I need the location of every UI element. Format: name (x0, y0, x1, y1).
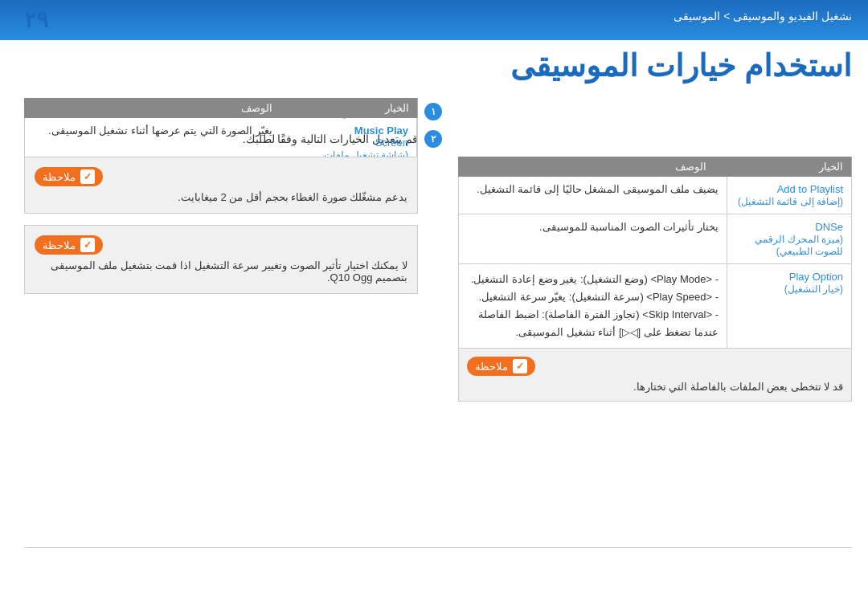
note-check-icon-3 (513, 359, 527, 373)
note-box-1: ملاحظة يدعم مشغّلك صورة الغطاء بحجم أقل … (24, 157, 418, 214)
note2-text: لا يمكنك اختيار تأثير الصوت وتغيير سرعة … (35, 259, 407, 284)
music-play-label: Music Play (354, 124, 408, 137)
note-badge-2: ملاحظة (35, 235, 103, 255)
note-badge-1: ملاحظة (35, 167, 103, 186)
step-2-number: ٢ (424, 130, 442, 148)
note-box-3: ملاحظة قد لا تتخطى بعض الملفات بالفاصلة … (458, 349, 852, 402)
page-number: ٢٩ (24, 6, 48, 33)
note1-text: يدعم مشغّلك صورة الغطاء بحجم أقل من 2 مي… (35, 191, 407, 203)
note-check-icon-2 (80, 238, 95, 252)
note-label-3: ملاحظة (475, 361, 508, 373)
right-table-header: الخيار الوصف (458, 157, 852, 177)
left-header-desc: الوصف (24, 98, 280, 118)
step-1-number: ١ (424, 103, 442, 120)
right-row2-desc: يختار تأثيرات الصوت المناسبة للموسيقى. (459, 214, 727, 263)
left-header-option: الخيار (280, 98, 418, 118)
right-header-desc: الوصف (458, 157, 714, 177)
screen-label: Screen (375, 137, 408, 149)
right-section: الخيار الوصف Add to Playlist (إضافة إلى … (458, 157, 852, 402)
bottom-divider (24, 547, 852, 548)
right-row-2: DNSe (ميزة المحرك الرقمي للصوت الطبيعي) … (458, 214, 852, 264)
play-option-label: Play Option (خيار التشغيل) (727, 264, 851, 348)
note-label-2: ملاحظة (43, 239, 76, 251)
main-title: استخدام خيارات الموسيقى (16, 48, 852, 84)
right-row2-option: DNSe (ميزة المحرك الرقمي للصوت الطبيعي) (727, 214, 851, 263)
breadcrumb: نشغيل الفيديو والموسيقى > الموسيقى (674, 10, 852, 22)
left-table-header: الخيار الوصف (24, 98, 418, 118)
note-box-2: ملاحظة لا يمكنك اختيار تأثير الصوت وتغيي… (24, 225, 418, 294)
right-row-3: Play Option (خيار التشغيل) - <Play Mode>… (458, 264, 852, 349)
note-check-icon-1 (80, 169, 95, 184)
right-row1-option: Add to Playlist (إضافة إلى قائمة التشغيل… (727, 177, 851, 214)
note-label-1: ملاحظة (43, 171, 76, 183)
right-row1-desc: يضيف ملف الموسيقى المشغل حاليًا إلى قائم… (459, 177, 727, 214)
play-bullet-2: - <Play Speed> (سرعة التشغيل): يغيّر سرع… (467, 288, 719, 306)
play-option-desc: - <Play Mode> (وضع التشغيل): يغير وضع إع… (459, 264, 727, 348)
right-row-1: Add to Playlist (إضافة إلى قائمة التشغيل… (458, 177, 852, 214)
play-bullet-3: - <Skip Interval> (تجاوز الفترة الفاصلة)… (467, 306, 719, 341)
play-bullet-1: - <Play Mode> (وضع التشغيل): يغير وضع إع… (467, 271, 719, 288)
note-badge-3: ملاحظة (467, 357, 535, 376)
right-header-option: الخيار (714, 157, 852, 177)
note3-text: قد لا تتخطى بعض الملفات بالفاصلة التي تخ… (467, 381, 843, 393)
